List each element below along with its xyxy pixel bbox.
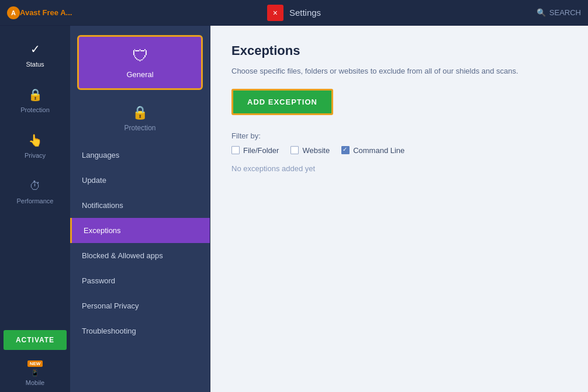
- general-card-label: General: [126, 70, 153, 79]
- add-exception-button[interactable]: ADD EXCEPTION: [231, 89, 333, 115]
- sidebar-item-performance[interactable]: ⏱ Performance: [0, 168, 70, 214]
- protection-icon: 🔒: [27, 86, 43, 103]
- mobile-icon: 📱: [31, 369, 39, 377]
- website-checkbox[interactable]: [290, 146, 299, 154]
- notifications-label: Notifications: [82, 201, 123, 210]
- privacy-icon: 👆: [27, 132, 43, 148]
- protection-card[interactable]: 🔒 Protection: [77, 97, 203, 140]
- performance-icon: ⏱: [27, 178, 43, 194]
- menu-item-password[interactable]: Password: [70, 268, 210, 293]
- activate-button[interactable]: ACTIVATE: [4, 330, 67, 350]
- sidebar-item-privacy[interactable]: 👆 Privacy: [0, 123, 70, 168]
- personal-privacy-label: Personal Privacy: [82, 301, 139, 310]
- command-line-label: Command Line: [353, 146, 404, 155]
- blocked-allowed-label: Blocked & Allowed apps: [82, 251, 163, 260]
- menu-item-update[interactable]: Update: [70, 168, 210, 193]
- filter-label: Filter by:: [231, 131, 567, 140]
- mobile-label: Mobile: [26, 379, 44, 386]
- search-area[interactable]: 🔍 SEARCH: [537, 8, 581, 17]
- password-label: Password: [82, 276, 115, 285]
- search-icon: 🔍: [537, 8, 546, 17]
- search-label: SEARCH: [549, 8, 581, 17]
- command-line-checkbox[interactable]: [341, 146, 350, 154]
- new-badge: NEW: [27, 360, 43, 367]
- title-bar: A Avast Free A... × Settings 🔍 SEARCH: [0, 0, 588, 26]
- menu-items: Languages Update Notifications Exception…: [70, 143, 210, 392]
- protection-lock-icon: 🔒: [132, 105, 148, 120]
- protection-card-label: Protection: [124, 124, 155, 132]
- no-exceptions-text: No exceptions added yet: [231, 164, 567, 173]
- close-button[interactable]: ×: [267, 5, 283, 21]
- avast-logo-icon: A: [7, 6, 20, 19]
- sidebar-item-protection[interactable]: 🔒 Protection: [0, 77, 70, 123]
- settings-title: Settings: [289, 8, 537, 18]
- status-icon: ✓: [27, 41, 43, 57]
- icon-sidebar: ✓ Status 🔒 Protection 👆 Privacy ⏱ Perfor…: [0, 26, 70, 392]
- menu-sidebar: 🛡 General 🔒 Protection Languages Update …: [70, 26, 210, 392]
- sidebar-label-privacy: Privacy: [25, 152, 46, 159]
- website-label: Website: [302, 146, 330, 155]
- sidebar-item-status[interactable]: ✓ Status: [0, 32, 70, 77]
- page-title: Exceptions: [231, 43, 567, 58]
- update-label: Update: [82, 176, 106, 185]
- main-layout: ✓ Status 🔒 Protection 👆 Privacy ⏱ Perfor…: [0, 26, 588, 392]
- filter-options: File/Folder Website Command Line: [231, 146, 567, 155]
- filter-option-command-line[interactable]: Command Line: [341, 146, 404, 155]
- sidebar-label-performance: Performance: [17, 197, 54, 204]
- menu-item-troubleshooting[interactable]: Troubleshooting: [70, 318, 210, 344]
- filter-option-website[interactable]: Website: [290, 146, 330, 155]
- menu-item-exceptions[interactable]: Exceptions: [70, 218, 210, 243]
- menu-item-blocked-allowed[interactable]: Blocked & Allowed apps: [70, 243, 210, 268]
- menu-item-personal-privacy[interactable]: Personal Privacy: [70, 293, 210, 318]
- languages-label: Languages: [82, 151, 119, 159]
- filter-option-file-folder[interactable]: File/Folder: [231, 146, 279, 155]
- troubleshooting-label: Troubleshooting: [82, 327, 136, 335]
- general-card[interactable]: 🛡 General: [77, 35, 203, 90]
- sidebar-label-status: Status: [26, 61, 44, 68]
- exceptions-label: Exceptions: [84, 226, 121, 235]
- file-folder-label: File/Folder: [243, 146, 279, 155]
- filter-section: Filter by: File/Folder Website Command L…: [231, 131, 567, 155]
- sidebar-label-protection: Protection: [20, 106, 50, 113]
- menu-item-languages[interactable]: Languages: [70, 143, 210, 168]
- file-folder-checkbox[interactable]: [231, 146, 240, 154]
- app-title: Avast Free A...: [20, 8, 267, 17]
- general-shield-icon: 🛡: [132, 46, 148, 65]
- content-description: Choose specific files, folders or websit…: [231, 65, 567, 77]
- menu-item-notifications[interactable]: Notifications: [70, 193, 210, 218]
- sidebar-item-mobile[interactable]: NEW 📱 Mobile: [0, 355, 70, 392]
- content-area: Exceptions Choose specific files, folder…: [210, 26, 588, 392]
